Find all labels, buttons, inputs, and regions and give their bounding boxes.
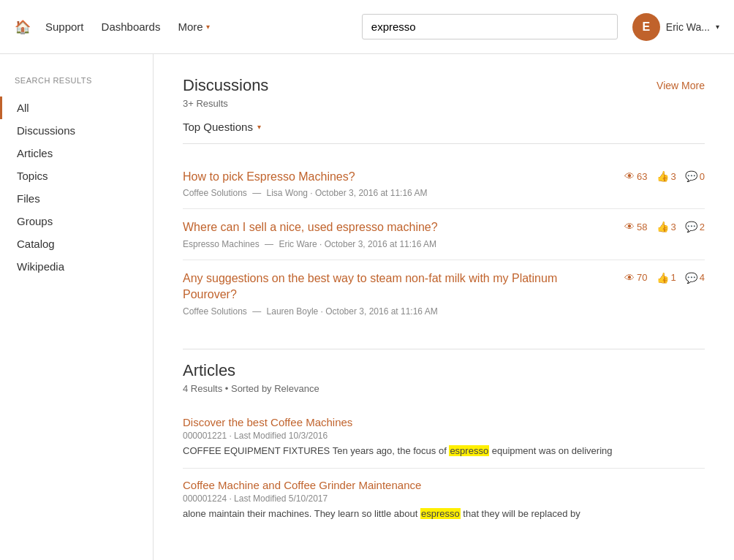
comment-icon: 💬: [685, 272, 697, 284]
discussions-subtitle: 3+ Results: [183, 98, 705, 109]
likes-stat: 👍 1: [657, 272, 676, 284]
thumb-icon: 👍: [657, 170, 669, 182]
comments-stat: 💬 4: [685, 272, 705, 284]
discussion-item: Any suggestions on the best way to steam…: [183, 260, 705, 327]
discussion-date: October 3, 2016 at 11:16 AM: [325, 239, 436, 249]
more-menu[interactable]: More ▾: [178, 20, 209, 33]
eye-icon: 👁: [624, 221, 635, 232]
views-stat: 👁 70: [624, 272, 647, 284]
dashboards-link[interactable]: Dashboards: [102, 20, 161, 33]
comments-stat: 💬 0: [685, 170, 705, 182]
filter-label: Top Questions: [183, 121, 253, 133]
discussions-header: Discussions View More: [183, 76, 705, 95]
highlight-espresso: espresso: [449, 445, 489, 456]
discussion-item: How to pick Espresso Machines? 👁 63 👍 3 …: [183, 159, 705, 209]
excerpt-after: equipment was on delivering: [489, 445, 612, 456]
article-id: 000001221: [183, 431, 227, 441]
sidebar-item-articles[interactable]: Articles: [0, 142, 153, 164]
views-stat: 👁 58: [624, 221, 647, 232]
views-stat: 👁 63: [624, 170, 647, 182]
discussion-community: Coffee Solutions: [183, 188, 247, 198]
discussion-row: Any suggestions on the best way to steam…: [183, 270, 705, 303]
view-more-button[interactable]: View More: [657, 80, 705, 91]
discussions-section: Discussions View More 3+ Results Top Que…: [183, 76, 705, 327]
sidebar-item-groups[interactable]: Groups: [0, 210, 153, 232]
meta-separator: —: [252, 306, 263, 317]
discussion-title[interactable]: How to pick Espresso Machines?: [183, 169, 610, 185]
sidebar-item-topics[interactable]: Topics: [0, 164, 153, 187]
article-id-date: 000001224 · Last Modified 5/10/2017: [183, 493, 705, 504]
article-excerpt: alone maintain their machines. They lear…: [183, 507, 705, 521]
thumb-icon: 👍: [657, 221, 669, 232]
filter-arrow[interactable]: ▾: [257, 123, 261, 131]
sidebar-item-files[interactable]: Files: [0, 187, 153, 210]
excerpt-before: alone maintain their machines. They lear…: [183, 508, 420, 519]
search-container: [362, 14, 618, 39]
article-title[interactable]: Discover the best Coffee Machines: [183, 416, 705, 428]
discussion-meta: Coffee Solutions — Lauren Boyle · Octobe…: [183, 306, 705, 317]
home-icon[interactable]: 🏠: [15, 19, 31, 35]
thumb-icon: 👍: [657, 272, 669, 284]
sidebar-item-catalog[interactable]: Catalog: [0, 232, 153, 255]
meta-dot: ·: [319, 239, 325, 249]
articles-subtitle: 4 Results • Sorted by Relevance: [183, 383, 705, 394]
excerpt-before: COFFEE EQUIPMENT FIXTURES Ten years ago,…: [183, 445, 449, 456]
discussion-stats: 👁 58 👍 3 💬 2: [624, 221, 705, 232]
search-input[interactable]: [362, 14, 618, 39]
articles-header: Articles: [183, 361, 705, 380]
article-separator: · Last Modified: [229, 431, 288, 441]
article-id: 000001224: [183, 493, 227, 504]
article-separator: · Last Modified: [229, 493, 288, 504]
article-excerpt: COFFEE EQUIPMENT FIXTURES Ten years ago,…: [183, 444, 705, 458]
discussion-author: Eric Ware: [279, 239, 317, 249]
article-item: Discover the best Coffee Machines 000001…: [183, 406, 705, 469]
discussion-community: Espresso Machines: [183, 239, 260, 249]
eye-icon: 👁: [624, 272, 635, 284]
comment-icon: 💬: [685, 170, 697, 182]
discussion-title[interactable]: Where can I sell a nice, used espresso m…: [183, 219, 610, 235]
like-count: 3: [671, 222, 676, 232]
discussion-meta: Coffee Solutions — Lisa Wong · October 3…: [183, 188, 705, 198]
discussion-row: Where can I sell a nice, used espresso m…: [183, 219, 705, 235]
article-title[interactable]: Coffee Machine and Coffee Grinder Mainte…: [183, 479, 705, 491]
discussion-date: October 3, 2016 at 11:16 AM: [325, 306, 437, 317]
user-area[interactable]: E Eric Wa... ▾: [632, 13, 719, 41]
sidebar-item-all[interactable]: All: [0, 97, 153, 119]
comment-count: 0: [700, 171, 705, 182]
discussion-stats: 👁 63 👍 3 💬 0: [624, 170, 705, 182]
comment-count: 4: [700, 272, 705, 283]
sidebar: SEARCH RESULTS All Discussions Articles …: [0, 54, 154, 560]
comments-stat: 💬 2: [685, 221, 705, 232]
discussion-date: October 3, 2016 at 11:16 AM: [315, 188, 427, 198]
like-count: 3: [671, 171, 676, 182]
view-count: 70: [637, 272, 647, 283]
main-layout: SEARCH RESULTS All Discussions Articles …: [0, 54, 734, 560]
discussion-community: Coffee Solutions: [183, 306, 247, 317]
discussion-author: Lisa Wong: [267, 188, 308, 198]
articles-title: Articles: [183, 361, 235, 380]
meta-separator: —: [265, 239, 276, 249]
sidebar-title: SEARCH RESULTS: [0, 76, 153, 97]
highlight-espresso: espresso: [420, 508, 461, 519]
sidebar-item-discussions[interactable]: Discussions: [0, 119, 153, 142]
discussion-title[interactable]: Any suggestions on the best way to steam…: [183, 270, 610, 303]
discussion-row: How to pick Espresso Machines? 👁 63 👍 3 …: [183, 169, 705, 185]
discussion-meta: Espresso Machines — Eric Ware · October …: [183, 239, 705, 249]
article-date: 10/3/2016: [289, 431, 328, 441]
support-link[interactable]: Support: [45, 20, 84, 33]
user-name: Eric Wa...: [666, 21, 710, 33]
discussion-item: Where can I sell a nice, used espresso m…: [183, 209, 705, 260]
content-area: Discussions View More 3+ Results Top Que…: [154, 54, 734, 560]
articles-section: Articles 4 Results • Sorted by Relevance…: [183, 361, 705, 531]
discussion-author: Lauren Boyle: [267, 306, 319, 317]
discussion-stats: 👁 70 👍 1 💬 4: [624, 272, 705, 284]
sidebar-item-wikipedia[interactable]: Wikipedia: [0, 255, 153, 278]
comment-icon: 💬: [685, 221, 697, 232]
excerpt-after: that they will be replaced by: [461, 508, 580, 519]
more-label: More: [178, 20, 203, 33]
article-id-date: 000001221 · Last Modified 10/3/2016: [183, 431, 705, 441]
article-item: Coffee Machine and Coffee Grinder Mainte…: [183, 469, 705, 531]
avatar: E: [632, 13, 660, 41]
likes-stat: 👍 3: [657, 170, 676, 182]
comment-count: 2: [700, 222, 705, 232]
